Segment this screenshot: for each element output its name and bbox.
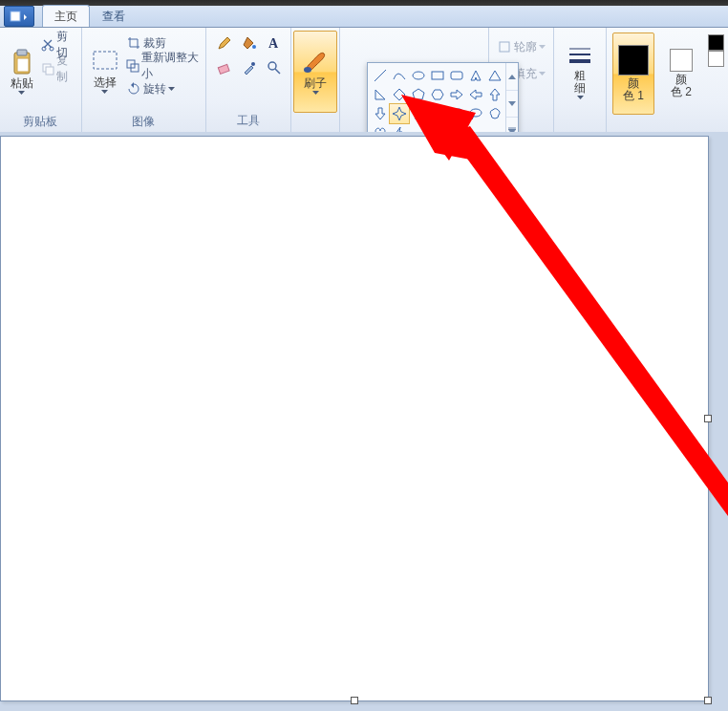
brush-icon — [301, 49, 330, 75]
shape-right-triangle[interactable] — [370, 84, 391, 105]
shape-rect[interactable] — [427, 65, 448, 86]
svg-rect-17 — [500, 42, 509, 52]
svg-rect-13 — [218, 64, 229, 74]
shape-callout-oval[interactable] — [465, 103, 486, 124]
resize-icon — [126, 58, 139, 74]
shape-pentagon[interactable] — [408, 84, 429, 105]
svg-rect-21 — [451, 109, 462, 117]
shape-arrow-down[interactable] — [370, 103, 391, 124]
shape-5point-star[interactable] — [408, 103, 429, 124]
thickness-label: 粗细 — [574, 70, 586, 95]
canvas-workspace — [0, 132, 728, 711]
shape-4point-star[interactable] — [389, 103, 410, 124]
tool-grid: A — [212, 31, 285, 78]
resize-handle-bottom[interactable] — [351, 697, 358, 704]
shape-arrow-up[interactable] — [484, 84, 505, 105]
color2-label: 颜色 2 — [671, 74, 692, 98]
crop-icon — [126, 35, 141, 51]
group-clipboard: 粘贴 剪切 复制 剪贴板 — [0, 28, 82, 132]
copy-icon — [41, 61, 54, 76]
shape-curve[interactable] — [389, 65, 410, 86]
shape-oval[interactable] — [408, 65, 429, 86]
svg-rect-3 — [17, 58, 29, 72]
pencil-tool[interactable] — [212, 31, 237, 55]
rotate-icon — [126, 81, 141, 97]
color2-swatch — [670, 49, 693, 72]
shape-polygon[interactable] — [465, 65, 486, 86]
svg-point-16 — [304, 67, 311, 73]
chevron-down-icon — [539, 45, 546, 49]
brush-button[interactable]: 刷子 — [293, 31, 337, 113]
color1-label: 颜色 1 — [623, 77, 644, 102]
resize-button[interactable]: 重新调整大小 — [126, 55, 200, 76]
text-tool[interactable]: A — [262, 31, 287, 55]
magnifier-tool[interactable] — [262, 55, 287, 80]
svg-rect-2 — [17, 50, 27, 55]
tab-home[interactable]: 主页 — [42, 5, 90, 27]
brush-label: 刷子 — [304, 77, 327, 90]
shape-hexagon[interactable] — [427, 84, 448, 105]
quick-access-bar: 主页 查看 — [0, 6, 728, 28]
ribbon: 粘贴 剪切 复制 剪贴板 选择 — [0, 28, 728, 134]
outline-icon — [497, 39, 512, 54]
selection-icon — [92, 50, 118, 75]
scroll-up-icon[interactable] — [506, 63, 518, 91]
palette-black[interactable] — [708, 34, 724, 51]
palette-white[interactable] — [708, 51, 724, 67]
chevron-down-icon — [539, 72, 546, 75]
svg-rect-19 — [432, 72, 443, 79]
shape-callout-cloud[interactable] — [484, 103, 505, 124]
svg-rect-8 — [94, 52, 117, 69]
group-colors: 颜色 1 颜色 2 — [607, 28, 728, 132]
group-image: 选择 裁剪 重新调整大小 旋转 图像 — [82, 28, 207, 132]
ribbon-tabs: 主页 查看 — [42, 6, 138, 27]
chevron-down-icon — [312, 91, 319, 95]
svg-rect-7 — [46, 67, 54, 75]
shape-triangle[interactable] — [484, 65, 505, 86]
svg-text:A: A — [268, 36, 279, 51]
shape-diamond[interactable] — [389, 84, 410, 105]
outline-button[interactable]: 轮廓 — [497, 36, 546, 57]
shape-arrow-right[interactable] — [446, 84, 467, 105]
chevron-down-icon — [577, 96, 584, 99]
chevron-down-icon — [168, 87, 175, 91]
group-thickness: 粗细 — [554, 28, 607, 132]
thickness-button[interactable]: 粗细 — [560, 31, 600, 113]
drawing-canvas[interactable] — [0, 136, 709, 701]
shape-6point-star[interactable] — [427, 103, 448, 124]
color1-button[interactable]: 颜色 1 — [612, 32, 654, 115]
svg-rect-0 — [11, 11, 20, 21]
color1-swatch — [618, 45, 649, 75]
picker-tool[interactable] — [237, 55, 262, 80]
resize-handle-corner[interactable] — [704, 697, 712, 704]
color2-button[interactable]: 颜色 2 — [660, 32, 702, 115]
fill-tool[interactable] — [237, 31, 262, 55]
resize-handle-right[interactable] — [704, 415, 712, 422]
paste-button[interactable]: 粘贴 — [6, 31, 37, 113]
svg-point-22 — [470, 109, 482, 117]
group-brush: 刷子 — [291, 28, 340, 132]
select-button[interactable]: 选择 — [88, 31, 123, 113]
rotate-button[interactable]: 旋转 — [126, 78, 200, 99]
group-tools: A 工具 — [206, 28, 291, 132]
scroll-down-icon[interactable] — [506, 91, 518, 118]
shape-line[interactable] — [370, 65, 391, 86]
copy-button[interactable]: 复制 — [41, 58, 75, 79]
svg-point-18 — [413, 72, 424, 79]
svg-rect-20 — [451, 72, 462, 79]
tab-view[interactable]: 查看 — [90, 5, 138, 27]
app-menu-button[interactable] — [4, 6, 34, 27]
thickness-icon — [567, 45, 592, 68]
svg-point-14 — [251, 62, 255, 66]
shape-arrow-left[interactable] — [465, 84, 486, 105]
group-label-clipboard: 剪贴板 — [23, 113, 57, 131]
eraser-tool[interactable] — [212, 55, 237, 80]
clipboard-icon — [11, 49, 33, 75]
shape-round-rect[interactable] — [446, 65, 467, 86]
shape-callout-rounded[interactable] — [446, 103, 467, 124]
group-label-image: 图像 — [132, 113, 155, 131]
svg-point-11 — [252, 45, 256, 49]
svg-point-15 — [268, 62, 276, 70]
group-label-tools: 工具 — [237, 112, 260, 130]
scissors-icon — [41, 37, 54, 53]
